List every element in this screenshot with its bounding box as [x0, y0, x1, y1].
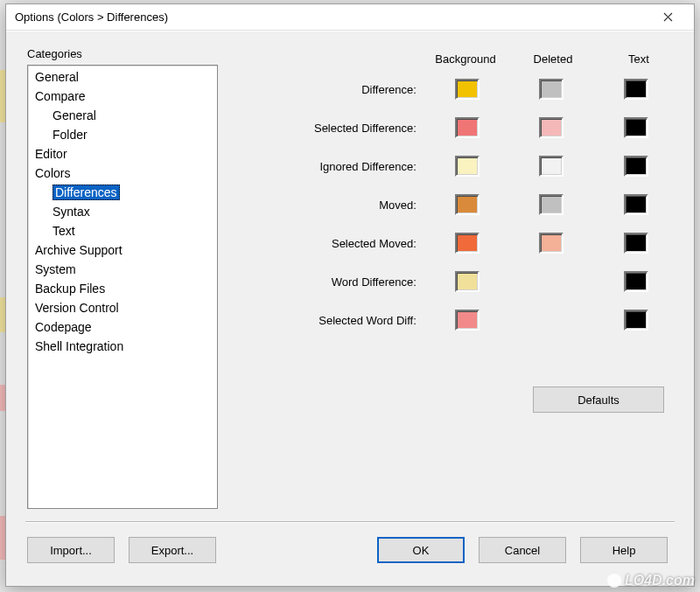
- color-row: Selected Difference:: [249, 115, 678, 140]
- ok-button[interactable]: OK: [377, 537, 465, 563]
- color-swatch-del[interactable]: [539, 156, 564, 177]
- tree-item-label: General: [52, 108, 96, 122]
- tree-item-text[interactable]: Text: [28, 221, 217, 240]
- color-swatch-txt[interactable]: [624, 233, 648, 254]
- tree-item-compare[interactable]: Compare: [28, 87, 217, 106]
- row-label: Selected Moved:: [249, 237, 425, 250]
- tree-item-differences[interactable]: Differences: [28, 183, 217, 202]
- tree-item-label: Shell Integration: [35, 339, 123, 353]
- color-swatch-txt[interactable]: [624, 117, 648, 138]
- tree-item-backup-files[interactable]: Backup Files: [28, 279, 217, 298]
- color-swatch-bg[interactable]: [455, 117, 480, 138]
- color-swatch-txt[interactable]: [624, 156, 648, 177]
- color-swatch-bg[interactable]: [455, 79, 480, 100]
- tree-item-version-control[interactable]: Version Control: [28, 298, 217, 317]
- color-swatch-txt[interactable]: [624, 79, 648, 100]
- tree-item-label: Editor: [35, 147, 67, 161]
- color-row: Selected Moved:: [249, 231, 678, 255]
- help-button[interactable]: Help: [580, 537, 668, 563]
- tree-item-label: General: [35, 70, 79, 84]
- options-dialog: Options (Colors > Differences) Categorie…: [5, 3, 695, 587]
- tree-item-label: System: [35, 262, 76, 276]
- color-swatch-bg[interactable]: [455, 156, 480, 177]
- tree-item-label: Version Control: [35, 301, 119, 315]
- tree-item-archive-support[interactable]: Archive Support: [28, 240, 217, 260]
- color-swatch-del[interactable]: [539, 79, 564, 100]
- row-label: Selected Difference:: [249, 122, 425, 135]
- column-header-deleted: Deleted: [510, 52, 596, 66]
- color-row: Ignored Difference:: [249, 154, 678, 178]
- tree-item-label: Folder: [52, 128, 88, 142]
- tree-item-folder[interactable]: Folder: [28, 125, 217, 144]
- categories-label: Categories: [27, 47, 82, 60]
- column-header-background: Background: [423, 52, 508, 66]
- row-label: Ignored Difference:: [249, 160, 425, 173]
- color-swatch-txt[interactable]: [624, 271, 648, 292]
- color-swatch-txt[interactable]: [624, 194, 648, 215]
- categories-tree[interactable]: GeneralCompareGeneralFolderEditorColorsD…: [27, 65, 218, 509]
- export-button[interactable]: Export...: [129, 537, 216, 563]
- close-icon[interactable]: [650, 5, 685, 30]
- color-swatch-bg[interactable]: [455, 233, 480, 254]
- color-swatch-bg[interactable]: [455, 194, 480, 215]
- tree-item-label: Text: [52, 224, 75, 238]
- tree-item-editor[interactable]: Editor: [28, 144, 217, 164]
- color-swatch-txt[interactable]: [624, 310, 648, 331]
- dialog-content: Categories GeneralCompareGeneralFolderEd…: [6, 31, 694, 586]
- window-title: Options (Colors > Differences): [15, 10, 650, 24]
- color-swatch-del[interactable]: [539, 117, 564, 138]
- column-header-text: Text: [596, 52, 682, 66]
- color-row: Word Difference:: [249, 269, 678, 294]
- row-label: Word Difference:: [249, 275, 425, 289]
- tree-item-shell-integration[interactable]: Shell Integration: [28, 337, 217, 356]
- color-row: Moved:: [249, 192, 678, 217]
- tree-item-label: Colors: [35, 166, 70, 180]
- tree-item-label: Compare: [35, 89, 86, 103]
- tree-item-codepage[interactable]: Codepage: [28, 317, 217, 337]
- color-row: Difference:: [249, 77, 678, 101]
- tree-item-label: Differences: [52, 185, 120, 200]
- color-swatch-del[interactable]: [539, 194, 564, 215]
- defaults-button[interactable]: Defaults: [533, 387, 664, 413]
- color-swatch-bg[interactable]: [455, 310, 480, 331]
- tree-item-general[interactable]: General: [28, 67, 217, 87]
- color-row: Selected Word Diff:: [249, 308, 678, 332]
- divider: [25, 521, 675, 523]
- color-swatch-del[interactable]: [539, 233, 564, 254]
- tree-item-label: Backup Files: [35, 282, 105, 296]
- tree-item-label: Archive Support: [35, 243, 122, 257]
- import-button[interactable]: Import...: [27, 537, 115, 563]
- tree-item-general[interactable]: General: [28, 106, 217, 125]
- tree-item-system[interactable]: System: [28, 260, 217, 279]
- tree-item-label: Syntax: [52, 205, 90, 219]
- tree-item-syntax[interactable]: Syntax: [28, 202, 217, 221]
- row-label: Moved:: [249, 198, 425, 212]
- tree-item-label: Codepage: [35, 320, 92, 334]
- row-label: Difference:: [249, 83, 425, 96]
- row-label: Selected Word Diff:: [249, 314, 425, 327]
- tree-item-colors[interactable]: Colors: [28, 164, 217, 183]
- color-swatch-bg[interactable]: [455, 271, 480, 292]
- cancel-button[interactable]: Cancel: [479, 537, 566, 563]
- titlebar[interactable]: Options (Colors > Differences): [6, 4, 694, 31]
